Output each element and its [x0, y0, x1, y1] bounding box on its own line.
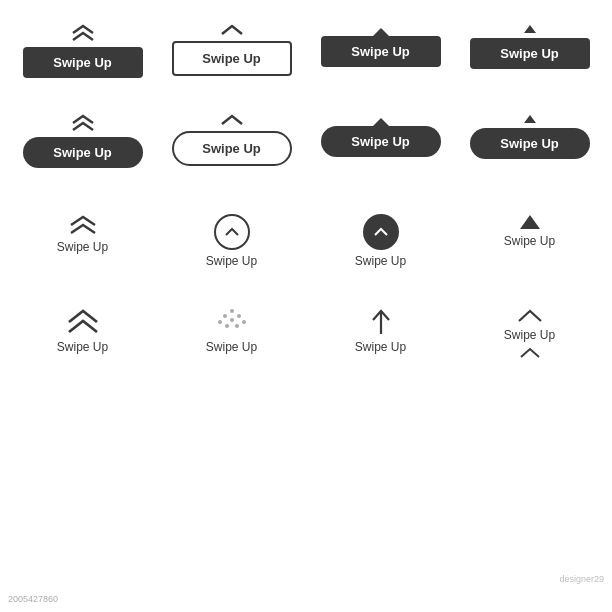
swipe-icon-4[interactable]: Swipe Up	[455, 206, 604, 276]
swipe-up-label-8: Swipe Up	[504, 328, 555, 342]
small-up-triangle-icon	[519, 214, 541, 230]
swipe-up-rect-outline-btn[interactable]: Swipe Up	[172, 41, 292, 76]
swipe-icon-6[interactable]: Swipe Up	[157, 300, 306, 368]
swipe-icon-3[interactable]: Swipe Up	[306, 206, 455, 276]
swipe-up-pill-outline-btn[interactable]: Swipe Up	[172, 131, 292, 166]
swipe-icon-7[interactable]: Swipe Up	[306, 300, 455, 368]
swipe-icon-1[interactable]: Swipe Up	[8, 206, 157, 276]
dots-arrow-icon	[215, 308, 249, 336]
watermark-designer: designer29	[559, 574, 604, 584]
swipe-btn-6[interactable]: Swipe Up	[157, 108, 306, 176]
swipe-up-rect-notch-btn[interactable]: Swipe Up	[321, 36, 441, 67]
swipe-up-rect-dark-btn[interactable]: Swipe Up	[23, 47, 143, 78]
swipe-up-label-1: Swipe Up	[57, 240, 108, 254]
single-chevron-icon	[218, 24, 246, 36]
swipe-btn-7[interactable]: Swipe Up	[306, 108, 455, 176]
swipe-up-pill-notch-btn[interactable]: Swipe Up	[321, 126, 441, 157]
small-chevron-icon	[516, 308, 544, 324]
single-chevron-icon-2	[218, 114, 246, 126]
swipe-up-label-2: Swipe Up	[206, 254, 257, 268]
svg-point-4	[223, 314, 227, 318]
arrow-up-icon	[370, 308, 392, 336]
svg-point-10	[235, 324, 239, 328]
swipe-icon-2[interactable]: Swipe Up	[157, 206, 306, 276]
double-chevron-icon	[69, 24, 97, 42]
svg-point-8	[230, 318, 234, 322]
swipe-btn-5[interactable]: Swipe Up	[8, 108, 157, 176]
swipe-btn-2[interactable]: Swipe Up	[157, 14, 306, 86]
double-chevron-lg-icon	[67, 214, 99, 236]
swipe-up-label-5: Swipe Up	[57, 340, 108, 354]
circle-chevron-icon[interactable]	[214, 214, 250, 250]
swipe-up-label-3: Swipe Up	[355, 254, 406, 268]
swipe-up-pill-dark-btn[interactable]: Swipe Up	[23, 137, 143, 168]
swipe-btn-1[interactable]: Swipe Up	[8, 14, 157, 86]
svg-point-5	[237, 314, 241, 318]
svg-point-7	[242, 320, 246, 324]
svg-point-6	[218, 320, 222, 324]
extra-chevron-icon	[518, 346, 542, 360]
swipe-icon-8[interactable]: Swipe Up	[455, 300, 604, 368]
double-chevron-icon-2	[69, 114, 97, 132]
swipe-up-label-7: Swipe Up	[355, 340, 406, 354]
small-triangle-icon	[523, 24, 537, 34]
swipe-btn-3[interactable]: Swipe Up	[306, 14, 455, 86]
swipe-up-pill-triangle-btn[interactable]: Swipe Up	[470, 128, 590, 159]
large-double-chevron-icon	[66, 308, 100, 336]
swipe-up-label-4: Swipe Up	[504, 234, 555, 248]
svg-point-9	[225, 324, 229, 328]
swipe-up-label-6: Swipe Up	[206, 340, 257, 354]
circle-filled-icon[interactable]	[363, 214, 399, 250]
swipe-btn-8[interactable]: Swipe Up	[455, 108, 604, 176]
svg-marker-2	[520, 215, 540, 229]
swipe-btn-4[interactable]: Swipe Up	[455, 14, 604, 86]
swipe-icon-5[interactable]: Swipe Up	[8, 300, 157, 368]
swipe-up-rect-triangle-btn[interactable]: Swipe Up	[470, 38, 590, 69]
svg-marker-1	[524, 115, 536, 123]
svg-marker-0	[524, 25, 536, 33]
svg-point-3	[230, 309, 234, 313]
small-triangle-icon-2	[523, 114, 537, 124]
watermark-id: 2005427860	[8, 594, 58, 604]
